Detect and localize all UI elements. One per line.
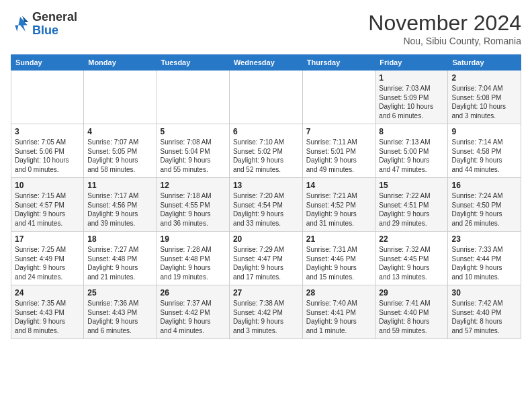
calendar-cell: 28Sunrise: 7:40 AM Sunset: 4:41 PM Dayli…	[302, 285, 375, 339]
day-info: Sunrise: 7:07 AM Sunset: 5:05 PM Dayligh…	[87, 138, 152, 174]
calendar-cell	[157, 71, 229, 124]
calendar-week-4: 17Sunrise: 7:25 AM Sunset: 4:49 PM Dayli…	[11, 232, 521, 285]
day-info: Sunrise: 7:36 AM Sunset: 4:43 PM Dayligh…	[87, 299, 152, 335]
calendar-cell: 25Sunrise: 7:36 AM Sunset: 4:43 PM Dayli…	[84, 285, 157, 339]
day-info: Sunrise: 7:05 AM Sunset: 5:06 PM Dayligh…	[15, 138, 80, 174]
calendar-cell: 10Sunrise: 7:15 AM Sunset: 4:57 PM Dayli…	[11, 178, 84, 232]
calendar-week-5: 24Sunrise: 7:35 AM Sunset: 4:43 PM Dayli…	[11, 285, 521, 339]
day-number: 3	[15, 127, 80, 136]
calendar-cell	[84, 71, 157, 124]
day-info: Sunrise: 7:35 AM Sunset: 4:43 PM Dayligh…	[15, 299, 80, 335]
calendar-cell: 7Sunrise: 7:11 AM Sunset: 5:01 PM Daylig…	[302, 124, 375, 178]
page-header: General Blue November 2024 Nou, Sibiu Co…	[11, 11, 521, 46]
weekday-header-thursday: Thursday	[302, 55, 375, 71]
calendar-cell: 11Sunrise: 7:17 AM Sunset: 4:56 PM Dayli…	[84, 178, 157, 232]
day-info: Sunrise: 7:21 AM Sunset: 4:52 PM Dayligh…	[306, 191, 372, 228]
calendar-cell: 22Sunrise: 7:32 AM Sunset: 4:45 PM Dayli…	[375, 232, 448, 285]
day-number: 6	[233, 127, 299, 136]
day-info: Sunrise: 7:41 AM Sunset: 4:40 PM Dayligh…	[379, 299, 444, 335]
day-info: Sunrise: 7:13 AM Sunset: 5:00 PM Dayligh…	[379, 138, 444, 174]
calendar-week-1: 1Sunrise: 7:03 AM Sunset: 5:09 PM Daylig…	[11, 71, 521, 124]
weekday-header-friday: Friday	[375, 55, 448, 71]
day-info: Sunrise: 7:04 AM Sunset: 5:08 PM Dayligh…	[451, 84, 517, 120]
calendar-header: SundayMondayTuesdayWednesdayThursdayFrid…	[11, 55, 521, 71]
day-number: 2	[451, 73, 517, 83]
day-info: Sunrise: 7:37 AM Sunset: 4:42 PM Dayligh…	[161, 299, 226, 335]
calendar-cell: 5Sunrise: 7:08 AM Sunset: 5:04 PM Daylig…	[157, 124, 229, 178]
day-info: Sunrise: 7:20 AM Sunset: 4:54 PM Dayligh…	[233, 191, 299, 228]
day-info: Sunrise: 7:25 AM Sunset: 4:49 PM Dayligh…	[15, 245, 80, 281]
calendar-cell: 26Sunrise: 7:37 AM Sunset: 4:42 PM Dayli…	[157, 285, 229, 339]
day-info: Sunrise: 7:14 AM Sunset: 4:58 PM Dayligh…	[451, 138, 517, 174]
calendar-cell: 1Sunrise: 7:03 AM Sunset: 5:09 PM Daylig…	[375, 71, 448, 124]
day-info: Sunrise: 7:42 AM Sunset: 4:40 PM Dayligh…	[451, 299, 517, 335]
logo-blue-text: Blue	[32, 24, 58, 37]
day-number: 22	[379, 234, 444, 244]
calendar-cell	[302, 71, 375, 124]
day-info: Sunrise: 7:22 AM Sunset: 4:51 PM Dayligh…	[379, 191, 444, 228]
day-number: 27	[233, 288, 299, 298]
location-text: Nou, Sibiu County, Romania	[368, 36, 521, 46]
weekday-header-tuesday: Tuesday	[157, 55, 229, 71]
calendar-cell: 21Sunrise: 7:31 AM Sunset: 4:46 PM Dayli…	[302, 232, 375, 285]
calendar-cell: 29Sunrise: 7:41 AM Sunset: 4:40 PM Dayli…	[375, 285, 448, 339]
logo-general-text: General	[32, 10, 77, 24]
day-info: Sunrise: 7:31 AM Sunset: 4:46 PM Dayligh…	[306, 245, 372, 281]
calendar-cell	[11, 71, 84, 124]
day-number: 18	[87, 234, 152, 244]
day-info: Sunrise: 7:10 AM Sunset: 5:02 PM Dayligh…	[233, 138, 299, 174]
calendar-cell: 8Sunrise: 7:13 AM Sunset: 5:00 PM Daylig…	[375, 124, 448, 178]
calendar-cell: 13Sunrise: 7:20 AM Sunset: 4:54 PM Dayli…	[229, 178, 302, 232]
logo-icon	[11, 15, 30, 34]
weekday-header-wednesday: Wednesday	[229, 55, 302, 71]
day-number: 23	[451, 234, 517, 244]
calendar-cell: 23Sunrise: 7:33 AM Sunset: 4:44 PM Dayli…	[448, 232, 521, 285]
calendar-cell: 12Sunrise: 7:18 AM Sunset: 4:55 PM Dayli…	[157, 178, 229, 232]
calendar-table: SundayMondayTuesdayWednesdayThursdayFrid…	[11, 54, 521, 339]
calendar-cell: 6Sunrise: 7:10 AM Sunset: 5:02 PM Daylig…	[229, 124, 302, 178]
day-info: Sunrise: 7:03 AM Sunset: 5:09 PM Dayligh…	[379, 84, 444, 120]
calendar-cell: 15Sunrise: 7:22 AM Sunset: 4:51 PM Dayli…	[375, 178, 448, 232]
day-number: 14	[306, 181, 372, 190]
calendar-cell: 17Sunrise: 7:25 AM Sunset: 4:49 PM Dayli…	[11, 232, 84, 285]
day-number: 25	[87, 288, 152, 298]
calendar-cell	[229, 71, 302, 124]
day-number: 28	[306, 288, 372, 298]
day-number: 1	[379, 73, 444, 83]
day-number: 10	[15, 181, 80, 190]
calendar-week-2: 3Sunrise: 7:05 AM Sunset: 5:06 PM Daylig…	[11, 124, 521, 178]
day-number: 24	[15, 288, 80, 298]
svg-marker-0	[15, 17, 28, 32]
day-number: 7	[306, 127, 372, 136]
day-info: Sunrise: 7:08 AM Sunset: 5:04 PM Dayligh…	[161, 138, 226, 174]
day-number: 26	[161, 288, 226, 298]
day-number: 15	[379, 181, 444, 190]
weekday-header-saturday: Saturday	[448, 55, 521, 71]
calendar-cell: 9Sunrise: 7:14 AM Sunset: 4:58 PM Daylig…	[448, 124, 521, 178]
day-info: Sunrise: 7:24 AM Sunset: 4:50 PM Dayligh…	[451, 191, 517, 228]
day-number: 20	[233, 234, 299, 244]
weekday-header-row: SundayMondayTuesdayWednesdayThursdayFrid…	[11, 55, 521, 71]
day-number: 19	[161, 234, 226, 244]
day-info: Sunrise: 7:11 AM Sunset: 5:01 PM Dayligh…	[306, 138, 372, 174]
day-number: 21	[306, 234, 372, 244]
day-info: Sunrise: 7:27 AM Sunset: 4:48 PM Dayligh…	[87, 245, 152, 281]
day-info: Sunrise: 7:40 AM Sunset: 4:41 PM Dayligh…	[306, 299, 372, 335]
day-number: 16	[451, 181, 517, 190]
day-number: 4	[87, 127, 152, 136]
calendar-week-3: 10Sunrise: 7:15 AM Sunset: 4:57 PM Dayli…	[11, 178, 521, 232]
day-number: 9	[451, 127, 517, 136]
day-info: Sunrise: 7:18 AM Sunset: 4:55 PM Dayligh…	[161, 191, 226, 228]
calendar-cell: 30Sunrise: 7:42 AM Sunset: 4:40 PM Dayli…	[448, 285, 521, 339]
day-number: 12	[161, 181, 226, 190]
day-info: Sunrise: 7:15 AM Sunset: 4:57 PM Dayligh…	[15, 191, 80, 228]
weekday-header-sunday: Sunday	[11, 55, 84, 71]
day-info: Sunrise: 7:32 AM Sunset: 4:45 PM Dayligh…	[379, 245, 444, 281]
calendar-cell: 2Sunrise: 7:04 AM Sunset: 5:08 PM Daylig…	[448, 71, 521, 124]
day-number: 8	[379, 127, 444, 136]
day-info: Sunrise: 7:17 AM Sunset: 4:56 PM Dayligh…	[87, 191, 152, 228]
title-block: November 2024 Nou, Sibiu County, Romania	[368, 11, 521, 46]
day-number: 5	[161, 127, 226, 136]
calendar-cell: 3Sunrise: 7:05 AM Sunset: 5:06 PM Daylig…	[11, 124, 84, 178]
day-number: 17	[15, 234, 80, 244]
